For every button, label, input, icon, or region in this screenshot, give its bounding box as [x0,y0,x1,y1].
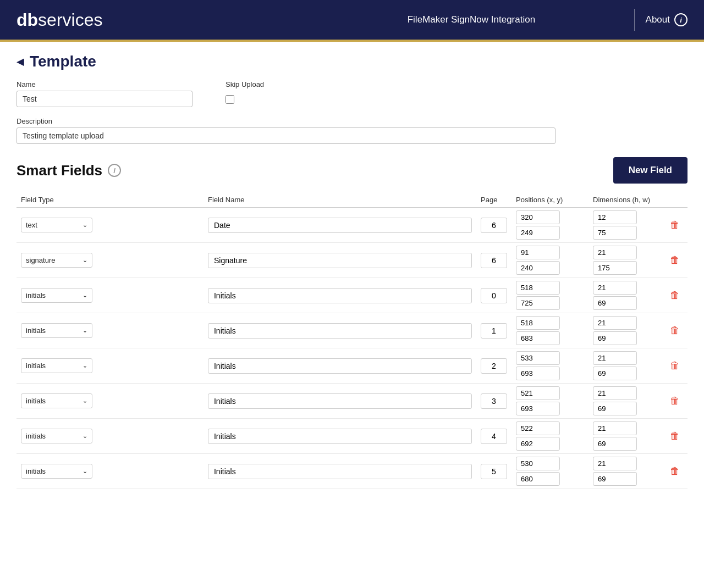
page-input[interactable] [481,464,507,479]
table-row: initials ⌄ 🗑 [16,419,688,454]
pos-y-input[interactable] [516,296,560,310]
dim-h-input[interactable] [593,281,637,295]
pos-y-input[interactable] [516,331,560,345]
description-input[interactable] [16,127,556,144]
pos-y-input[interactable] [516,226,560,240]
field-type-select[interactable]: initials ⌄ [21,323,92,338]
dim-h-input[interactable] [593,210,637,224]
field-name-input[interactable] [208,288,472,303]
new-field-button[interactable]: New Field [613,157,688,184]
pos-y-input[interactable] [516,472,560,486]
dim-h-input[interactable] [593,351,637,365]
field-name-input[interactable] [208,393,472,409]
field-type-cell: initials ⌄ [16,419,204,454]
pos-x-input[interactable] [516,386,560,400]
dim-w-input[interactable] [593,367,637,380]
chevron-down-icon: ⌄ [82,397,87,404]
dim-w-input[interactable] [593,402,637,415]
about-button[interactable]: About i [646,13,688,26]
dim-w-input[interactable] [593,261,637,275]
page-input[interactable] [481,218,507,233]
dimensions-inputs [593,281,661,310]
page-input[interactable] [481,253,507,268]
field-name-input[interactable] [208,358,472,374]
col-header-delete [666,192,688,208]
dim-w-input[interactable] [593,331,637,345]
dim-w-input[interactable] [593,472,637,486]
field-type-select[interactable]: initials ⌄ [21,358,92,373]
pos-x-input[interactable] [516,421,560,435]
page-cell [476,348,512,384]
page-input[interactable] [481,288,507,303]
dim-h-input[interactable] [593,457,637,470]
positions-cell [512,419,588,454]
pos-y-input[interactable] [516,367,560,380]
col-header-positions: Positions (x, y) [512,192,588,208]
delete-row-button[interactable]: 🗑 [670,360,680,371]
dim-h-input[interactable] [593,421,637,435]
field-type-select[interactable]: initials ⌄ [21,288,92,303]
field-name-input[interactable] [208,253,472,268]
pos-y-input[interactable] [516,402,560,415]
field-type-select[interactable]: signature ⌄ [21,253,92,268]
page-cell [476,208,512,243]
positions-inputs [516,210,584,240]
pos-x-input[interactable] [516,246,560,259]
page-cell [476,313,512,348]
pos-x-input[interactable] [516,210,560,224]
dim-w-input[interactable] [593,226,637,240]
positions-inputs [516,386,584,415]
page-input[interactable] [481,323,507,339]
pos-x-input[interactable] [516,281,560,295]
positions-cell [512,208,588,243]
dimensions-cell [588,454,666,489]
smart-fields-left: Smart Fields i [16,162,121,179]
header-app-title: FileMaker SignNow Integration [320,14,623,25]
delete-row-button[interactable]: 🗑 [670,290,680,301]
field-type-select[interactable]: initials ⌄ [21,393,92,408]
field-type-select[interactable]: initials ⌄ [21,464,92,479]
chevron-down-icon: ⌄ [82,468,87,475]
field-type-select[interactable]: text ⌄ [21,218,92,232]
dim-h-input[interactable] [593,386,637,400]
dimensions-inputs [593,351,661,380]
table-row: signature ⌄ 🗑 [16,243,688,278]
delete-row-button[interactable]: 🗑 [670,465,680,477]
chevron-down-icon: ⌄ [82,221,87,229]
page-cell [476,278,512,313]
delete-row-button[interactable]: 🗑 [670,254,680,266]
page-input[interactable] [481,393,507,409]
pos-y-input[interactable] [516,261,560,275]
dim-h-input[interactable] [593,316,637,330]
field-type-select[interactable]: initials ⌄ [21,429,92,443]
table-row: text ⌄ 🗑 [16,208,688,243]
skip-upload-group: Skip Upload [226,80,264,104]
dim-w-input[interactable] [593,296,637,310]
page-input[interactable] [481,358,507,374]
name-input[interactable] [16,91,193,107]
dimensions-inputs [593,210,661,240]
back-arrow-icon[interactable]: ◀ [16,56,24,68]
chevron-down-icon: ⌄ [82,327,87,334]
field-name-input[interactable] [208,429,472,444]
skip-upload-checkbox[interactable] [226,95,234,104]
dim-h-input[interactable] [593,246,637,259]
field-name-input[interactable] [208,464,472,479]
pos-y-input[interactable] [516,437,560,451]
field-name-input[interactable] [208,323,472,339]
delete-row-button[interactable]: 🗑 [670,430,680,442]
dim-w-input[interactable] [593,437,637,451]
delete-cell: 🗑 [666,208,688,243]
delete-row-button[interactable]: 🗑 [670,219,680,231]
field-name-input[interactable] [208,218,472,233]
page-input[interactable] [481,429,507,444]
pos-x-input[interactable] [516,457,560,470]
dimensions-cell [588,278,666,313]
pos-x-input[interactable] [516,351,560,365]
fields-table: Field Type Field Name Page Positions (x,… [16,192,688,489]
delete-row-button[interactable]: 🗑 [670,325,680,336]
table-header-row: Field Type Field Name Page Positions (x,… [16,192,688,208]
smart-fields-info-icon[interactable]: i [108,164,121,177]
delete-row-button[interactable]: 🗑 [670,395,680,407]
pos-x-input[interactable] [516,316,560,330]
